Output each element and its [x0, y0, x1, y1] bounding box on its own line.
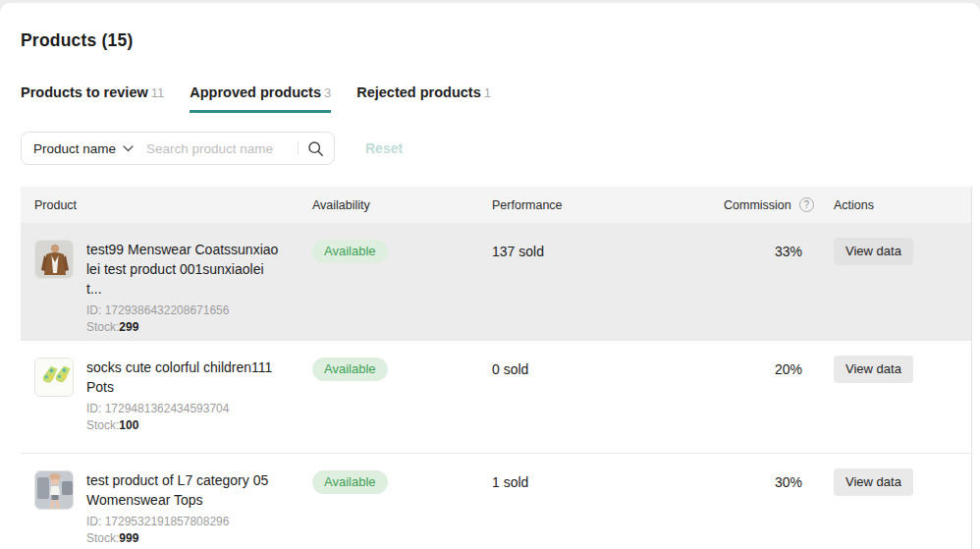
- view-data-button[interactable]: View data: [834, 468, 913, 496]
- product-text: test99 Menswear Coatssunxiaolei test pro…: [86, 240, 279, 340]
- products-panel: Products (15) Products to review 11 Appr…: [0, 3, 980, 549]
- product-tabs: Products to review 11 Approved products …: [21, 84, 980, 113]
- reset-button[interactable]: Reset: [365, 140, 403, 156]
- product-id: ID: 1729386432208671656: [86, 302, 279, 319]
- products-table: Product Availability Performance Commiss…: [21, 187, 972, 549]
- tab-label: Rejected products: [356, 84, 481, 100]
- table-row: test99 Menswear Coatssunxiaolei test pro…: [21, 223, 971, 340]
- table-header-row: Product Availability Performance Commiss…: [21, 187, 971, 223]
- product-image: [34, 240, 74, 279]
- product-cell: test99 Menswear Coatssunxiaolei test pro…: [21, 223, 312, 340]
- product-cell: test product of L7 category 05 Womenswea…: [21, 454, 312, 549]
- chevron-down-icon: [123, 145, 134, 152]
- performance-cell: 1 sold: [492, 454, 724, 549]
- column-header-actions: Actions: [818, 198, 971, 212]
- filter-type-dropdown[interactable]: Product name: [33, 141, 134, 156]
- product-stock: Stock:299: [86, 319, 279, 336]
- product-title: test99 Menswear Coatssunxiaolei test pro…: [86, 240, 279, 299]
- commission-cell: 30%: [724, 454, 818, 549]
- tab-label: Approved products: [190, 84, 321, 100]
- search-icon[interactable]: [307, 140, 324, 157]
- tab-products-to-review[interactable]: Products to review 11: [21, 84, 164, 113]
- tab-approved-products[interactable]: Approved products 3: [190, 84, 331, 113]
- product-stock: Stock:100: [86, 417, 279, 434]
- column-header-label: Commission: [724, 198, 791, 212]
- search-input[interactable]: [146, 141, 294, 156]
- tab-count: 11: [151, 85, 165, 100]
- status-badge: Available: [312, 470, 388, 494]
- product-image: [34, 357, 74, 397]
- table-row: test product of L7 category 05 Womenswea…: [21, 453, 971, 549]
- availability-cell: Available: [312, 223, 492, 340]
- stock-value: 100: [119, 418, 138, 432]
- product-id: ID: 1729481362434593704: [86, 401, 279, 417]
- actions-cell: View data: [818, 454, 971, 549]
- view-data-button[interactable]: View data: [834, 356, 913, 383]
- product-stock: Stock:999: [86, 530, 279, 547]
- tab-label: Products to review: [21, 84, 148, 100]
- help-icon[interactable]: ?: [799, 197, 814, 212]
- search-filter-box: Product name: [21, 132, 335, 165]
- performance-cell: 137 sold: [492, 223, 724, 340]
- stock-value: 299: [119, 320, 138, 334]
- actions-cell: View data: [818, 223, 971, 340]
- filter-type-label: Product name: [33, 141, 116, 156]
- product-text: socks cute colorful children111 Pots ID:…: [86, 357, 279, 453]
- column-header-commission: Commission ?: [724, 197, 818, 212]
- table-row: socks cute colorful children111 Pots ID:…: [21, 340, 971, 453]
- column-header-availability: Availability: [312, 198, 492, 212]
- availability-cell: Available: [312, 454, 492, 549]
- stock-value: 999: [119, 531, 138, 545]
- product-image: [34, 470, 74, 510]
- product-text: test product of L7 category 05 Womenswea…: [86, 470, 279, 549]
- product-title: test product of L7 category 05 Womenswea…: [86, 470, 279, 510]
- product-id: ID: 1729532191857808296: [86, 514, 279, 530]
- column-header-product: Product: [21, 198, 312, 212]
- availability-cell: Available: [312, 341, 492, 453]
- product-cell: socks cute colorful children111 Pots ID:…: [21, 341, 312, 453]
- tab-count: 1: [484, 85, 491, 100]
- status-badge: Available: [312, 240, 388, 263]
- page-title: Products (15): [21, 30, 980, 51]
- commission-cell: 20%: [724, 341, 818, 453]
- view-data-button[interactable]: View data: [834, 238, 913, 265]
- tab-rejected-products[interactable]: Rejected products 1: [356, 84, 491, 113]
- tab-count: 3: [324, 85, 331, 100]
- column-header-performance: Performance: [492, 198, 724, 212]
- input-divider: [298, 141, 299, 155]
- commission-cell: 33%: [724, 223, 818, 340]
- product-title: socks cute colorful children111 Pots: [86, 357, 279, 397]
- actions-cell: View data: [818, 341, 971, 453]
- filter-bar: Product name Reset: [21, 132, 980, 165]
- status-badge: Available: [312, 357, 388, 381]
- performance-cell: 0 sold: [492, 341, 724, 453]
